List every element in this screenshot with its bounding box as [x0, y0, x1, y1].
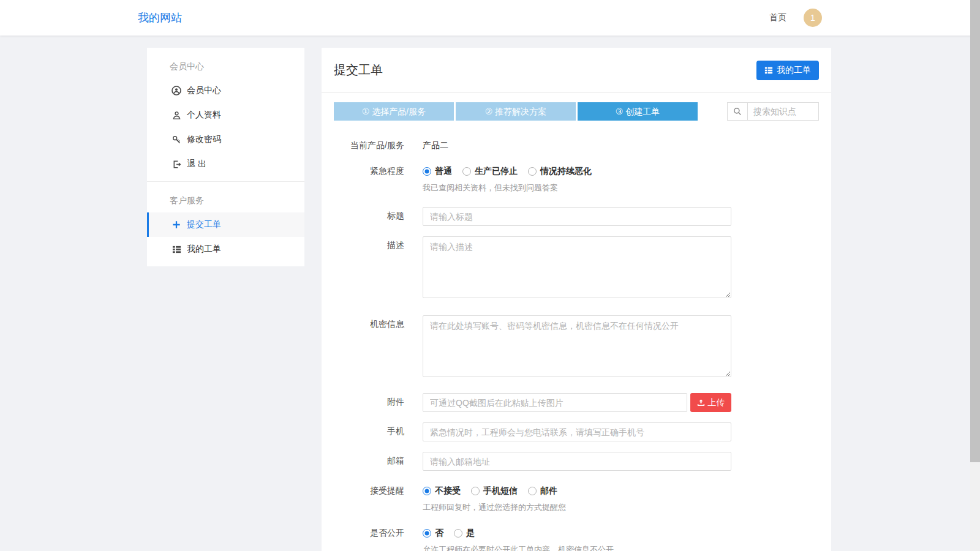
email-label: 邮箱	[322, 452, 404, 471]
description-textarea[interactable]	[423, 236, 731, 298]
sidebar-item-member-center[interactable]: 会员中心	[147, 78, 304, 103]
public-label: 是否公开	[322, 528, 404, 551]
nav-home-link[interactable]: 首页	[769, 12, 786, 23]
sidebar-item-my-tickets[interactable]: 我的工单	[147, 237, 304, 261]
radio-urgency-worsening[interactable]: 情况持续恶化	[528, 166, 592, 177]
upload-button-label: 上传	[708, 397, 725, 408]
notify-radio-group: 不接受 手机短信 邮件	[423, 485, 731, 497]
page-content: 会员中心 会员中心 个人资料 修改密码	[0, 36, 980, 551]
attachment-label: 附件	[322, 393, 404, 412]
title-label: 标题	[322, 207, 404, 226]
my-tickets-button-label: 我的工单	[777, 65, 811, 76]
panel-header: 提交工单 我的工单	[322, 48, 831, 93]
radio-icon	[528, 487, 537, 495]
step-tabs: ① 选择产品/服务 ② 推荐解决方案 ③ 创建工单	[334, 102, 698, 121]
sidebar: 会员中心 会员中心 个人资料 修改密码	[147, 48, 304, 266]
sidebar-item-label: 我的工单	[187, 244, 221, 255]
radio-notify-none[interactable]: 不接受	[423, 485, 461, 497]
radio-notify-sms[interactable]: 手机短信	[471, 485, 518, 497]
sidebar-item-label: 退 出	[187, 159, 206, 170]
logout-icon	[172, 159, 181, 169]
sidebar-item-change-password[interactable]: 修改密码	[147, 127, 304, 152]
urgency-radio-group: 普通 生产已停止 情况持续恶化	[423, 166, 731, 177]
radio-public-yes[interactable]: 是	[454, 528, 475, 539]
confidential-textarea[interactable]	[423, 315, 731, 377]
search-input[interactable]	[748, 103, 818, 120]
radio-public-no[interactable]: 否	[423, 528, 443, 539]
radio-icon	[454, 529, 462, 538]
key-icon	[172, 135, 181, 144]
product-value: 产品二	[423, 140, 731, 151]
page-title: 提交工单	[334, 62, 383, 78]
title-input[interactable]	[423, 207, 731, 226]
urgency-label: 紧急程度	[322, 166, 404, 193]
upload-button[interactable]: 上传	[690, 393, 731, 412]
public-radio-group: 否 是	[423, 528, 731, 539]
top-header: 我的网站 首页 1	[0, 0, 980, 36]
radio-icon	[471, 487, 480, 495]
steps-row: ① 选择产品/服务 ② 推荐解决方案 ③ 创建工单	[334, 102, 819, 121]
radio-icon	[528, 167, 537, 176]
description-label: 描述	[322, 236, 404, 300]
product-label: 当前产品/服务	[322, 140, 404, 151]
ticket-form: 当前产品/服务 产品二 紧急程度 普通 生产已停止	[322, 139, 831, 551]
my-tickets-button[interactable]: 我的工单	[756, 61, 819, 80]
sidebar-item-label: 个人资料	[187, 110, 221, 121]
site-logo[interactable]: 我的网站	[138, 10, 182, 25]
list-icon	[764, 66, 773, 75]
attachment-input[interactable]	[423, 393, 687, 412]
plus-icon	[172, 220, 181, 230]
radio-urgency-production-stopped[interactable]: 生产已停止	[462, 166, 518, 177]
confidential-label: 机密信息	[322, 315, 404, 379]
sidebar-item-label: 提交工单	[187, 219, 221, 230]
radio-icon	[423, 529, 431, 538]
radio-notify-email[interactable]: 邮件	[528, 485, 557, 497]
scrollbar-thumb[interactable]	[970, 0, 980, 462]
sidebar-item-label: 修改密码	[187, 134, 221, 145]
phone-input[interactable]	[423, 422, 731, 441]
list-icon	[172, 244, 181, 254]
notify-hint: 工程师回复时，通过您选择的方式提醒您	[423, 502, 731, 513]
sidebar-heading-member: 会员中心	[147, 48, 304, 78]
sidebar-item-label: 会员中心	[187, 85, 221, 96]
radio-urgency-normal[interactable]: 普通	[423, 166, 452, 177]
user-avatar[interactable]: 1	[804, 9, 822, 27]
radio-icon	[423, 167, 431, 176]
main-panel: 提交工单 我的工单 ① 选择产品/服务 ② 推荐解决方案 ③ 创建工单	[322, 48, 831, 551]
notify-label: 接受提醒	[322, 485, 404, 513]
public-hint: 允许工程师在必要时公开此工单内容，机密信息不公开。	[423, 544, 731, 551]
knowledge-search	[727, 102, 819, 121]
sidebar-item-submit-ticket[interactable]: 提交工单	[147, 212, 304, 237]
step-tab-solutions[interactable]: ② 推荐解决方案	[456, 102, 576, 121]
search-icon[interactable]	[728, 103, 748, 120]
email-input[interactable]	[423, 452, 731, 471]
step-tab-select-product[interactable]: ① 选择产品/服务	[334, 102, 454, 121]
radio-icon	[462, 167, 471, 176]
upload-icon	[697, 399, 705, 407]
sidebar-item-profile[interactable]: 个人资料	[147, 103, 304, 127]
phone-label: 手机	[322, 422, 404, 441]
sidebar-item-logout[interactable]: 退 出	[147, 152, 304, 176]
user-icon	[172, 110, 181, 120]
scrollbar-track[interactable]	[970, 0, 980, 551]
radio-icon	[423, 487, 431, 495]
step-tab-create-ticket[interactable]: ③ 创建工单	[578, 102, 698, 121]
user-circle-icon	[172, 86, 181, 96]
sidebar-heading-service: 客户服务	[147, 182, 304, 212]
urgency-hint: 我已查阅相关资料，但未找到问题答案	[423, 182, 731, 193]
